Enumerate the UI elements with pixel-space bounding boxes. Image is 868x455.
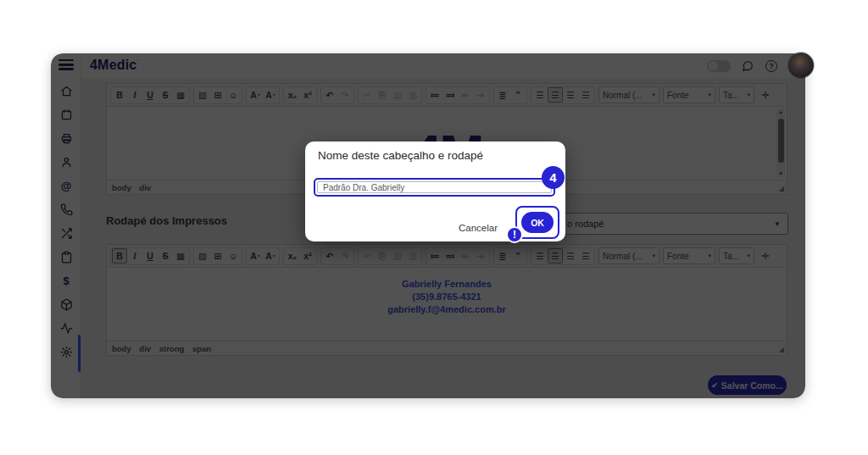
- page: @$ 4Medic˙ ? BIUS▦▨⊞☺A▾A▾x₂x²↶↷✂⎘▤▥≔≕⇤⇥≣…: [0, 0, 868, 455]
- step-badge: 4: [542, 166, 565, 189]
- alert-badge: !: [506, 226, 523, 243]
- cancel-button[interactable]: Cancelar: [459, 223, 506, 233]
- dialog-title: Nome deste cabeçalho e rodapé: [318, 149, 483, 162]
- ok-button[interactable]: OK: [521, 212, 554, 233]
- user-avatar[interactable]: [788, 53, 814, 78]
- name-dialog: Nome deste cabeçalho e rodapé Padrão Dra…: [305, 141, 565, 241]
- name-input[interactable]: Padrão Dra. Gabrielly: [317, 181, 552, 193]
- input-highlight-box: Padrão Dra. Gabrielly: [314, 178, 555, 197]
